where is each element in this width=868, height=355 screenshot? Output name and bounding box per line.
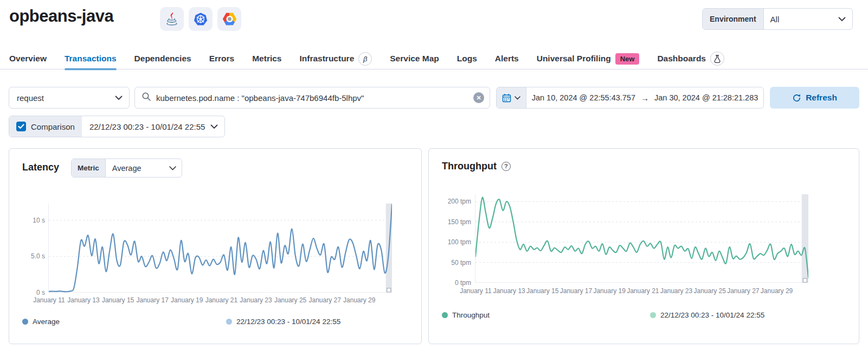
throughput-panel: Throughput? 0 tpm50 tpm100 tpm150 tpm200… [428, 148, 859, 344]
tab-logs[interactable]: Logs [457, 48, 477, 69]
tab-metrics[interactable]: Metrics [252, 48, 281, 69]
environment-select[interactable]: Environment All [702, 8, 853, 30]
chevron-down-icon [515, 96, 520, 100]
x-axis: January 11January 13January 15January 17… [475, 287, 808, 296]
java-icon [160, 7, 184, 31]
tabs-divider [0, 69, 868, 69]
clear-search-icon[interactable]: ✕ [473, 92, 484, 103]
refresh-icon [792, 93, 801, 103]
comparison-label: Comparison [31, 122, 75, 131]
search-icon [142, 92, 151, 104]
legend-item-comparison[interactable]: 22/12/23 00:23 - 10/01/24 22:55 [226, 318, 340, 326]
date-start[interactable]: Jan 10, 2024 @ 22:55:43.757 [532, 93, 635, 102]
refresh-button[interactable]: Refresh [770, 87, 859, 109]
date-range-picker: Jan 10, 2024 @ 22:55:43.757 → Jan 30, 20… [496, 87, 764, 109]
gcp-icon [217, 7, 241, 31]
kql-search-bar: ✕ [134, 87, 490, 109]
legend-dot [226, 319, 232, 325]
date-range-values[interactable]: Jan 10, 2024 @ 22:55:43.757 → Jan 30, 20… [526, 87, 763, 108]
tab-universal-profiling[interactable]: Universal Profiling New [537, 48, 640, 69]
latency-metric-select: Metric Average [71, 159, 182, 178]
tab-infrastructure[interactable]: Infrastructure β [299, 48, 372, 69]
environment-label: Environment [703, 9, 764, 29]
arrow-right-icon: → [641, 93, 649, 103]
environment-value[interactable]: All [764, 9, 852, 29]
metric-value[interactable]: Average [106, 159, 182, 177]
latency-panel: Latency Metric Average 0 s5.0 s10 s Janu… [9, 148, 422, 344]
tab-alerts[interactable]: Alerts [495, 48, 519, 69]
metric-label: Metric [72, 159, 106, 177]
tab-dashboards[interactable]: Dashboards [657, 48, 724, 69]
comparison-checkbox[interactable] [16, 122, 26, 131]
tab-errors[interactable]: Errors [209, 48, 235, 69]
transaction-type-select[interactable]: request [9, 87, 130, 109]
tab-overview[interactable]: Overview [9, 48, 47, 69]
latency-title: Latency [22, 162, 59, 173]
beta-badge: β [358, 52, 372, 66]
date-end[interactable]: Jan 30, 2024 @ 21:28:21.283 [654, 93, 758, 102]
calendar-icon [502, 93, 511, 103]
legend-dot [650, 312, 656, 318]
chevron-down-icon [115, 96, 123, 100]
search-input[interactable] [156, 93, 473, 103]
chevron-down-icon [210, 124, 218, 129]
tab-dependencies[interactable]: Dependencies [134, 48, 191, 69]
comparison-select[interactable]: 22/12/23 00:23 - 10/01/24 22:55 [82, 116, 225, 137]
legend-dot [22, 319, 28, 325]
band-handle [387, 288, 391, 292]
y-axis: 0 s5.0 s10 s [10, 204, 45, 293]
band-handle [803, 278, 807, 282]
legend-item-comparison[interactable]: 22/12/23 00:23 - 10/01/24 22:55 [650, 311, 764, 319]
tab-transactions[interactable]: Transactions [65, 48, 117, 69]
date-picker-menu[interactable] [497, 87, 526, 108]
tab-service-map[interactable]: Service Map [390, 48, 439, 69]
apm-service-page: opbeans-java [0, 0, 868, 355]
plot-area[interactable] [475, 194, 808, 283]
legend-item-average[interactable]: Average [22, 318, 60, 326]
flask-icon [710, 52, 724, 66]
new-badge: New [615, 53, 640, 65]
comparison-control: Comparison 22/12/23 00:23 - 10/01/24 22:… [9, 116, 225, 137]
x-axis: January 11January 13January 15January 17… [48, 296, 392, 305]
kubernetes-icon [189, 7, 213, 31]
chevron-down-icon [838, 17, 846, 22]
y-axis: 0 tpm50 tpm100 tpm150 tpm200 tpm [433, 194, 471, 283]
page-title: opbeans-java [9, 7, 113, 26]
comparison-prepend: Comparison [9, 116, 82, 137]
throughput-title: Throughput? [442, 161, 511, 172]
chevron-down-icon [169, 166, 176, 170]
legend-dot [442, 312, 448, 318]
plot-area[interactable] [48, 204, 392, 293]
legend-item-throughput[interactable]: Throughput [442, 311, 490, 319]
question-in-circle-icon[interactable]: ? [501, 162, 511, 171]
service-technology-icons [160, 7, 241, 31]
tab-bar: Overview Transactions Dependencies Error… [9, 48, 724, 69]
